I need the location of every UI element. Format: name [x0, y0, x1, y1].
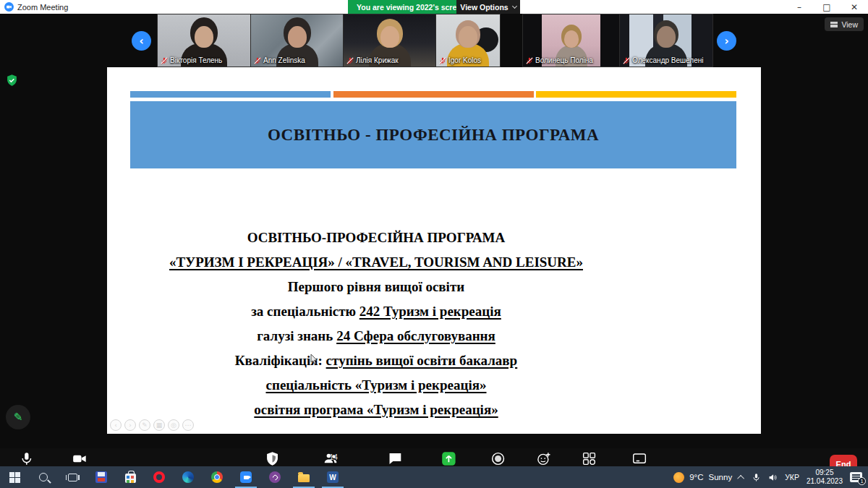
mic-muted-icon	[439, 57, 446, 64]
participant-video[interactable]: Олександр Вешелені	[620, 14, 712, 67]
notification-center-button[interactable]: 1	[850, 472, 862, 482]
participant-video[interactable]: Ann Zelinska	[251, 14, 343, 67]
word-icon: W	[327, 471, 339, 483]
slide-text-line: освітня програма «Туризм і рекреація»	[107, 398, 645, 422]
windows-logo-icon	[9, 472, 20, 483]
camera-icon	[72, 450, 88, 467]
hidden-icons-chevron[interactable]	[737, 474, 744, 481]
taskbar-app-zoom[interactable]	[231, 466, 260, 488]
tray-date: 21.04.2023	[807, 477, 843, 486]
next-slide-button[interactable]: ›	[124, 419, 136, 431]
window-controls: – □ ✕	[786, 0, 868, 14]
start-button[interactable]	[0, 466, 29, 488]
slide-text-segment: 242 Туризм і рекреація	[359, 304, 501, 319]
whiteboard-icon	[631, 450, 647, 467]
strip-next-button[interactable]: ›	[717, 31, 736, 51]
mic-muted-icon	[254, 57, 261, 64]
share-banner: You are viewing 2022's screen	[348, 0, 475, 14]
windows-taskbar: W 9°C Sunny УКР 09:25 21.04.2023 1	[0, 466, 868, 488]
chrome-icon	[211, 471, 223, 483]
participant-video[interactable]: Волинець Поліна	[523, 14, 619, 67]
participant-video[interactable]: Вікторія Телень	[158, 14, 250, 67]
mic-muted-icon	[526, 57, 533, 64]
slide-accent-bar-orange	[333, 91, 534, 98]
participant-video[interactable]: Igor Kolos	[436, 14, 500, 67]
slide-text-segment: ОСВІТНЬО-ПРОФЕСІЙНА ПРОГРАМА	[247, 230, 506, 245]
minimize-button[interactable]: –	[786, 0, 813, 14]
participant-name: Волинець Поліна	[535, 56, 593, 64]
view-options-button[interactable]: View Options	[456, 0, 520, 14]
participant-silhouette	[657, 26, 676, 48]
microsoft-store-icon	[125, 474, 136, 483]
weather-condition: Sunny	[709, 473, 733, 481]
window-title: Zoom Meeting	[17, 3, 68, 12]
participant-name-tag: Вікторія Телень	[161, 56, 222, 64]
slide-text-segment: Першого рівня вищої освіти	[288, 279, 464, 294]
participants-count: 14	[330, 453, 338, 461]
slide-text-segment: освітня програма «Туризм і рекреація»	[254, 402, 498, 417]
notification-badge: 1	[858, 477, 866, 485]
smiley-icon	[536, 450, 551, 467]
participant-name-tag: Олександр Вешелені	[623, 56, 703, 64]
participant-silhouette	[288, 26, 307, 48]
participant-video[interactable]: Лілія Крижак	[344, 14, 435, 67]
zoom-slide-button[interactable]: ◎	[168, 419, 179, 431]
apps-icon	[582, 450, 597, 467]
slide-body-text: ОСВІТНЬО-ПРОФЕСІЙНА ПРОГРАМА«ТУРИЗМ І РЕ…	[107, 226, 645, 422]
taskbar-app-opera[interactable]	[145, 466, 174, 488]
tray-microphone-icon[interactable]	[752, 473, 761, 482]
app-identity: Zoom Meeting	[4, 2, 68, 12]
sun-icon	[673, 472, 684, 483]
file-explorer-icon	[298, 474, 310, 482]
record-icon	[490, 450, 506, 467]
taskbar-app-word[interactable]: W	[318, 466, 347, 488]
more-options-button[interactable]: ⋯	[182, 419, 194, 431]
microphone-icon	[20, 450, 35, 467]
participant-name-tag: Лілія Крижак	[346, 56, 399, 64]
slide-text-line: спеціальність «Туризм і рекреація»	[107, 373, 645, 398]
slide-text-segment: «ТУРИЗМ І РЕКРЕАЦІЯ» / «TRAVEL, TOURISM …	[169, 254, 583, 270]
search-icon	[39, 473, 48, 481]
clock-widget[interactable]: 09:25 21.04.2023	[807, 468, 843, 486]
opera-icon	[153, 471, 165, 483]
language-indicator[interactable]: УКР	[785, 473, 799, 481]
floppy-app-icon	[95, 471, 107, 483]
zoom-camera-icon	[4, 2, 14, 12]
taskbar-app-edge[interactable]	[174, 466, 203, 488]
view-layout-button[interactable]: View	[825, 17, 864, 31]
chevron-down-icon	[512, 3, 517, 8]
taskbar-app-explorer[interactable]	[289, 466, 318, 488]
encryption-shield-icon[interactable]	[6, 74, 18, 87]
strip-prev-button[interactable]: ‹	[132, 31, 151, 51]
tray-volume-icon[interactable]	[768, 473, 778, 482]
participant-name: Олександр Вешелені	[632, 56, 703, 64]
weather-temp: 9°C	[689, 473, 703, 481]
edge-icon	[182, 471, 194, 483]
maximize-button[interactable]: □	[813, 0, 841, 14]
taskbar-app-viber[interactable]	[260, 466, 289, 488]
close-button[interactable]: ✕	[841, 0, 868, 14]
participant-name-tag: Igor Kolos	[439, 56, 481, 64]
slide-accent-bar-blue	[130, 91, 331, 98]
task-view-button[interactable]	[58, 466, 87, 488]
participant-silhouette	[195, 26, 213, 48]
shared-screen-slide: ОСВІТНЬО - ПРОФЕСІЙНА ПРОГРАМА ОСВІТНЬО-…	[107, 67, 761, 434]
prev-slide-button[interactable]: ‹	[110, 419, 122, 431]
taskbar-app-store[interactable]	[116, 466, 145, 488]
shield-icon	[265, 450, 281, 467]
participant-name: Igor Kolos	[448, 56, 481, 64]
participant-name-tag: Ann Zelinska	[254, 56, 305, 64]
taskbar-app-floppy[interactable]	[87, 466, 116, 488]
meeting-content-area: Вікторія Телень Ann Zelinska Лілія Крижа…	[0, 14, 868, 466]
taskbar-app-chrome[interactable]	[203, 466, 231, 488]
pen-tool-button[interactable]: ✎	[139, 419, 150, 431]
zoom-app-icon	[240, 471, 252, 483]
participant-name: Вікторія Телень	[170, 56, 222, 64]
slide-text-segment: ступінь вищої освіти бакалавр	[326, 353, 518, 368]
weather-widget[interactable]: 9°C Sunny	[673, 472, 732, 483]
annotate-pencil-button[interactable]: ✎	[6, 405, 30, 429]
participant-silhouette	[380, 26, 399, 48]
all-slides-button[interactable]: ▦	[153, 419, 165, 431]
taskbar-search-button[interactable]	[29, 466, 58, 488]
share-screen-icon	[441, 450, 456, 467]
